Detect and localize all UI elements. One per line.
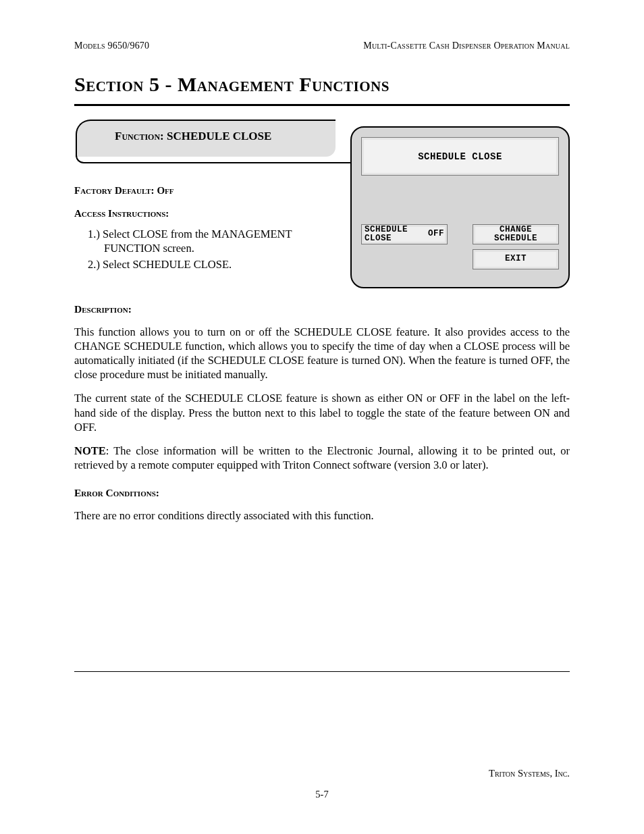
atm-screenshot: SCHEDULE CLOSE SCHEDULE CLOSE OFF CHANGE… [350,126,570,288]
spacer [361,249,468,269]
footer-rule [74,671,570,672]
description-p1: This function allows you to turn on or o… [74,325,570,382]
factory-default-line: Factory Default: Off [74,184,338,198]
error-conditions-label: Error Conditions: [74,487,570,499]
section-title: Section 5 - Management Functions [74,73,570,96]
header-left: Models 9650/9670 [74,41,149,51]
note-body: : The close information will be written … [74,444,570,471]
factory-default-value: Off [157,185,173,196]
note-label: NOTE [74,444,106,457]
error-conditions-body: There are no error conditions directly a… [74,509,570,523]
title-rule [74,104,570,106]
factory-default-label: Factory Default: [74,185,157,196]
atm-title: SCHEDULE CLOSE [361,137,559,176]
access-steps: 1.) Select CLOSE from the MANAGEMENT FUN… [74,227,338,271]
access-instructions-label: Access Instructions: [74,207,338,221]
access-step: 2.) Select SCHEDULE CLOSE. [88,257,338,271]
spacer [452,224,468,244]
footer-company: Triton Systems, Inc. [74,768,570,779]
atm-toggle-state: OFF [428,230,444,238]
atm-schedule-close-toggle[interactable]: SCHEDULE CLOSE OFF [361,224,448,244]
description-p2: The current state of the SCHEDULE CLOSE … [74,391,570,434]
header-right: Multi-Cassette Cash Dispenser Operation … [363,41,570,51]
function-label-text: Function: [115,130,167,142]
function-label: Function: SCHEDULE CLOSE [115,130,271,143]
access-step: 1.) Select CLOSE from the MANAGEMENT FUN… [88,227,338,256]
function-name: SCHEDULE CLOSE [167,130,271,142]
atm-exit-button[interactable]: EXIT [473,249,559,269]
description-label: Description: [74,303,570,315]
description-note: NOTE: The close information will be writ… [74,444,570,472]
atm-toggle-label: SCHEDULE CLOSE [365,226,408,243]
atm-change-schedule-button[interactable]: CHANGE SCHEDULE [473,224,559,244]
footer-page-number: 5-7 [74,789,570,800]
